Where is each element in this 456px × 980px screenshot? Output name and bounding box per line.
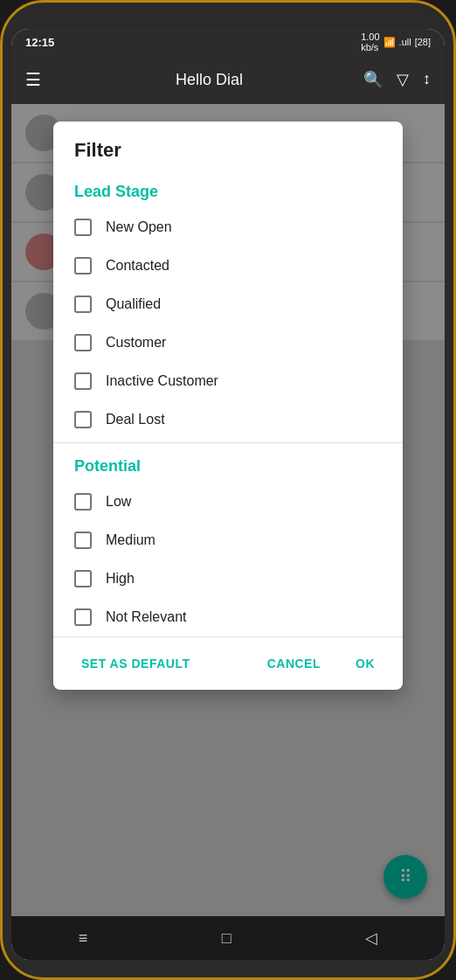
option-customer[interactable]: Customer <box>53 323 403 362</box>
wifi-icon: 📶 <box>383 37 396 48</box>
cancel-button[interactable]: CANCEL <box>253 648 335 679</box>
option-qualified[interactable]: Qualified <box>53 285 403 323</box>
label-high: High <box>106 571 135 587</box>
bottom-nav: ≡ □ ◁ <box>11 916 445 960</box>
label-new-open: New Open <box>106 219 172 235</box>
section-divider <box>53 442 403 443</box>
menu-icon[interactable]: ☰ <box>25 69 41 90</box>
set-default-button[interactable]: SET AS DEFAULT <box>67 648 204 679</box>
sort-icon[interactable]: ↕ <box>423 70 431 89</box>
option-high[interactable]: High <box>53 560 403 598</box>
checkbox-contacted[interactable] <box>74 257 92 275</box>
dialog-overlay: Filter Lead Stage New Open Contacted Qua… <box>11 104 445 916</box>
network-speed: 1.00kb/s <box>361 31 379 52</box>
checkbox-high[interactable] <box>74 570 92 587</box>
app-title: Hello Dial <box>55 71 363 89</box>
checkbox-qualified[interactable] <box>74 295 92 313</box>
status-bar: 12:15 1.00kb/s 📶 .ull [28] <box>11 29 445 55</box>
option-low[interactable]: Low <box>53 483 403 521</box>
checkbox-low[interactable] <box>74 493 92 511</box>
checkbox-new-open[interactable] <box>74 219 92 236</box>
filter-icon[interactable]: ▽ <box>397 70 409 89</box>
filter-dialog: Filter Lead Stage New Open Contacted Qua… <box>53 122 403 690</box>
back-nav-icon[interactable]: ◁ <box>365 928 377 948</box>
option-deal-lost[interactable]: Deal Lost <box>53 400 403 439</box>
dialog-actions: SET AS DEFAULT CANCEL OK <box>53 636 403 690</box>
label-inactive-customer: Inactive Customer <box>106 373 218 389</box>
option-inactive-customer[interactable]: Inactive Customer <box>53 362 403 400</box>
option-new-open[interactable]: New Open <box>53 208 403 247</box>
label-low: Low <box>106 494 131 510</box>
battery-icon: [28] <box>415 37 431 47</box>
label-qualified: Qualified <box>106 296 161 312</box>
checkbox-medium[interactable] <box>74 532 92 549</box>
app-bar: ☰ Hello Dial 🔍 ▽ ↕ <box>11 55 445 104</box>
app-bar-icons: 🔍 ▽ ↕ <box>363 70 431 89</box>
option-not-relevant[interactable]: Not Relevant <box>53 598 403 636</box>
label-deal-lost: Deal Lost <box>106 412 165 427</box>
dialog-title: Filter <box>53 122 403 172</box>
ok-button[interactable]: OK <box>342 648 389 679</box>
label-medium: Medium <box>106 532 155 548</box>
screen: 12:15 1.00kb/s 📶 .ull [28] ☰ Hello Dial … <box>11 29 445 960</box>
phone-frame: 12:15 1.00kb/s 📶 .ull [28] ☰ Hello Dial … <box>0 0 456 980</box>
checkbox-deal-lost[interactable] <box>74 411 92 428</box>
square-nav-icon[interactable]: □ <box>222 929 231 948</box>
label-contacted: Contacted <box>106 258 169 274</box>
status-icons: 1.00kb/s 📶 .ull [28] <box>361 31 431 52</box>
label-not-relevant: Not Relevant <box>106 609 187 625</box>
checkbox-not-relevant[interactable] <box>74 608 92 626</box>
option-contacted[interactable]: Contacted <box>53 247 403 285</box>
search-icon[interactable]: 🔍 <box>363 70 383 89</box>
checkbox-inactive-customer[interactable] <box>74 372 92 390</box>
label-customer: Customer <box>106 335 166 351</box>
potential-section-header: Potential <box>53 447 403 483</box>
checkbox-customer[interactable] <box>74 334 92 351</box>
background-content: en uer ⠿ Filter Lead Stage <box>11 104 445 916</box>
option-medium[interactable]: Medium <box>53 521 403 560</box>
signal-icon: .ull <box>399 37 411 47</box>
status-time: 12:15 <box>25 36 54 49</box>
home-nav-icon[interactable]: ≡ <box>79 929 88 948</box>
lead-stage-section-header: Lead Stage <box>53 172 403 208</box>
